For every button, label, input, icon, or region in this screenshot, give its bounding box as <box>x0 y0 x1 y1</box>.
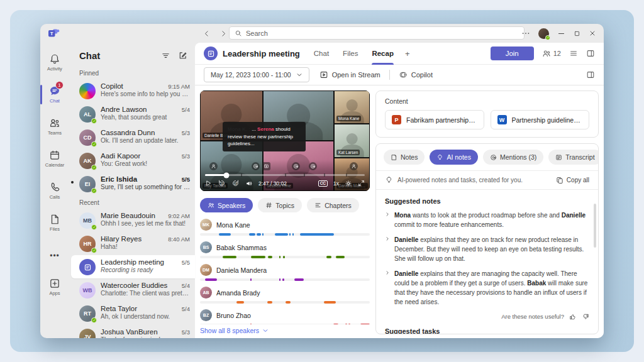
chat-list-item[interactable]: CDCassandra Dunn5/3Ok. I'll send an upda… <box>69 126 195 149</box>
rail-item-chat[interactable]: Chat1 <box>40 79 69 111</box>
copilot-button[interactable]: Copilot <box>399 70 433 79</box>
playback-rate[interactable]: 1x <box>333 180 339 187</box>
rail-item-activity[interactable]: Activity <box>40 47 69 79</box>
nav-back-icon[interactable] <box>203 30 211 38</box>
people-icon <box>208 202 214 209</box>
avatar <box>79 83 96 99</box>
search-input[interactable]: Search <box>229 26 525 40</box>
tab-files[interactable]: Files <box>343 43 358 65</box>
copy-all-button[interactable]: Copy all <box>556 177 589 184</box>
chat-list-item[interactable]: Copilot9:15 AMHere's some info to help y… <box>69 79 195 102</box>
chat-list-item[interactable]: RTReta Taylor5/4Ah, ok I understand now. <box>69 302 195 325</box>
settings-gear-icon[interactable] <box>345 180 352 187</box>
at-marker-icon[interactable] <box>252 162 260 170</box>
chevron-right-icon[interactable] <box>385 212 390 217</box>
slide-marker-icon[interactable] <box>262 162 270 170</box>
chevron-right-icon[interactable] <box>385 236 390 241</box>
filter-topics[interactable]: Topics <box>258 198 302 212</box>
scrollbar-thumb[interactable] <box>594 204 596 248</box>
notes-content: Suggested notes Mona wants to look at th… <box>376 190 598 334</box>
filter-icon[interactable] <box>161 51 170 60</box>
rail-item-files[interactable]: Files <box>40 207 69 239</box>
show-all-speakers-link[interactable]: Show all 8 speakers <box>200 327 370 334</box>
chat-item-preview: Haha! <box>101 243 190 250</box>
date-range-dropdown[interactable]: May 12, 2023 10:00 - 11:00 <box>204 67 309 82</box>
open-in-stream-button[interactable]: Open in Stream <box>319 70 380 79</box>
rail-item-calls[interactable]: Calls <box>40 175 69 207</box>
phone-icon <box>49 182 60 193</box>
join-button[interactable]: Join <box>491 47 534 60</box>
chat-item-time: 5/3 <box>182 153 190 160</box>
app-rail: ActivityChat1TeamsCalendarCallsFiles•••A… <box>40 43 69 338</box>
chat-list-item[interactable]: WBWatercooler Buddies5/4Charlotte: The c… <box>69 278 195 302</box>
file-chip[interactable]: WPartnership guidelines.docx <box>491 110 590 129</box>
notes-tab-mentions-3-[interactable]: Mentions (3) <box>483 150 543 165</box>
speaker-timeline[interactable] <box>200 324 370 324</box>
notes-tab-ai-notes[interactable]: AI notes <box>430 150 478 165</box>
add-tab-button[interactable]: + <box>405 49 410 58</box>
nav-forward-icon[interactable] <box>219 30 228 38</box>
more-options-icon[interactable] <box>521 29 530 38</box>
rail-item-more[interactable]: ••• <box>40 239 69 271</box>
search-icon <box>235 30 242 37</box>
window-titlebar[interactable]: T Search <box>40 24 604 43</box>
seek-bar[interactable] <box>205 174 365 176</box>
file-chip[interactable]: PFabrikam partnership.pptx <box>385 110 484 129</box>
seek-thumb[interactable] <box>224 172 230 178</box>
speaker-name: Bruno Zhao <box>216 312 251 319</box>
chapter-tick <box>346 173 347 177</box>
minimize-button[interactable] <box>557 30 565 38</box>
chat-list-item[interactable]: Leadership meeting5/5Recording is ready <box>71 255 195 278</box>
presence-available-icon <box>91 165 97 170</box>
chat-list-item[interactable]: EIEric Ishida5/5Sure, I'll set up someth… <box>69 172 195 195</box>
maximize-button[interactable] <box>574 30 580 37</box>
speaker-timeline[interactable] <box>200 301 370 304</box>
user-avatar[interactable] <box>538 28 549 39</box>
speaker-timeline[interactable] <box>200 278 370 281</box>
at-marker-icon[interactable] <box>309 162 317 170</box>
file-name: Partnership guidelines.docx <box>512 116 583 124</box>
chat-list-item[interactable]: ALAndre Lawson5/4Yeah, that sounds great <box>69 102 195 126</box>
at-marker-icon[interactable] <box>292 162 300 170</box>
thumb-up-icon[interactable] <box>569 313 577 321</box>
list-view-icon[interactable] <box>569 49 578 58</box>
play-icon[interactable] <box>205 180 212 187</box>
notes-tab-notes[interactable]: Notes <box>384 150 425 165</box>
fullscreen-icon[interactable] <box>358 180 365 187</box>
rail-item-calendar[interactable]: Calendar <box>40 143 69 175</box>
tab-chat[interactable]: Chat <box>314 43 329 65</box>
chat-list-item[interactable]: HRHilary Reyes8:40 AMHaha! <box>69 232 195 255</box>
presence-available-icon <box>91 118 97 124</box>
attendee-count[interactable]: 12 <box>542 49 561 58</box>
chat-item-preview: Charlotte: The client was pretty happy w… <box>101 290 190 297</box>
chat-list-item[interactable]: MBMarie Beaudouin9:02 AMOhhh I see, yes … <box>69 209 195 232</box>
person-marker-icon[interactable] <box>209 162 218 170</box>
notes-feedback: Are these notes useful? <box>385 312 589 321</box>
filter-speakers[interactable]: Speakers <box>200 198 253 212</box>
thumb-down-icon[interactable] <box>582 313 589 321</box>
notes-tab-transcript[interactable]: Transcript <box>548 150 599 165</box>
open-pane-icon[interactable] <box>586 49 595 58</box>
suggested-tasks-title: Suggested tasks <box>385 326 589 334</box>
notes-tab-label: AI notes <box>447 153 471 161</box>
speaker-timeline[interactable] <box>200 233 370 236</box>
chevron-right-icon[interactable] <box>385 270 390 275</box>
chat-list-item[interactable]: AKAadi Kapoor5/3You: Great work! <box>69 149 195 172</box>
chat-list-item[interactable]: JVJoshua VanBuren5/3Thanks for reviewing… <box>69 325 195 338</box>
volume-icon[interactable] <box>245 180 253 187</box>
video-player[interactable]: Danielle BookerRay TanakaJessica KlineMo… <box>200 90 370 191</box>
filter-chapters[interactable]: Chapters <box>307 198 359 212</box>
rail-item-apps[interactable]: Apps <box>40 271 69 303</box>
speaker-name: Mona Kane <box>216 221 250 229</box>
close-button[interactable] <box>589 30 596 37</box>
closed-captions-button[interactable]: CC <box>318 180 328 187</box>
new-chat-icon[interactable] <box>178 51 187 60</box>
tab-recap[interactable]: Recap <box>372 43 394 65</box>
forward-10-icon[interactable]: 10 <box>231 179 240 187</box>
speaker-timeline[interactable] <box>200 256 370 258</box>
rewind-10-icon[interactable]: 10 <box>218 179 226 187</box>
open-pane-icon[interactable] <box>586 70 595 79</box>
rail-item-teams[interactable]: Teams <box>40 111 69 143</box>
person-marker-icon[interactable] <box>350 162 358 170</box>
avatar: WB <box>79 282 96 299</box>
